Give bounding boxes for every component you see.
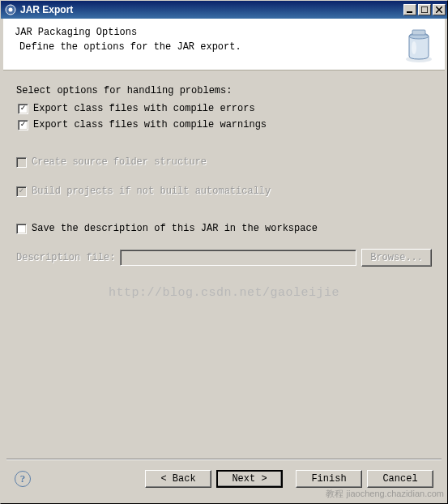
export-warnings-row[interactable]: Export class files with compile warnings xyxy=(18,119,432,130)
svg-rect-2 xyxy=(407,11,412,13)
maximize-button[interactable] xyxy=(418,4,431,15)
description-file-input xyxy=(120,250,356,266)
watermark-text: http://blog.csdn.net/gaoleijie xyxy=(16,286,432,300)
create-source-row: Create source folder structure xyxy=(16,156,432,168)
save-description-label: Save the description of this JAR in the … xyxy=(32,223,318,234)
finish-button[interactable]: Finish xyxy=(296,470,362,488)
problems-section-label: Select options for handling problems: xyxy=(16,85,432,96)
create-source-checkbox xyxy=(16,157,27,168)
svg-point-9 xyxy=(412,41,416,54)
close-button[interactable] xyxy=(433,4,446,15)
wizard-content: Select options for handling problems: Ex… xyxy=(3,70,445,306)
export-warnings-label: Export class files with compile warnings xyxy=(33,119,267,130)
export-warnings-checkbox[interactable] xyxy=(18,120,28,130)
jar-icon xyxy=(399,25,438,64)
description-file-label: Description file: xyxy=(16,252,115,263)
window-title: JAR Export xyxy=(20,4,402,15)
titlebar: JAR Export xyxy=(1,1,447,19)
export-errors-label: Export class files with compile errors xyxy=(33,103,255,114)
export-errors-checkbox[interactable] xyxy=(18,104,28,114)
wizard-description: Define the options for the JAR export. xyxy=(19,41,433,53)
next-button[interactable]: Next > xyxy=(216,470,283,488)
svg-rect-8 xyxy=(412,30,425,35)
build-projects-label: Build projects if not built automaticall… xyxy=(32,186,271,197)
export-errors-row[interactable]: Export class files with compile errors xyxy=(18,103,432,114)
wizard-header: JAR Packaging Options Define the options… xyxy=(3,19,445,70)
wizard-title: JAR Packaging Options xyxy=(15,27,433,38)
build-projects-checkbox xyxy=(16,186,27,197)
build-projects-row: Build projects if not built automaticall… xyxy=(16,186,432,197)
help-icon[interactable]: ? xyxy=(15,471,31,487)
minimize-button[interactable] xyxy=(403,4,416,15)
back-button[interactable]: < Back xyxy=(145,470,211,488)
svg-rect-3 xyxy=(421,6,428,13)
cancel-button[interactable]: Cancel xyxy=(367,470,433,488)
wizard-footer: ? < Back Next > Finish Cancel xyxy=(6,459,442,498)
save-description-checkbox[interactable] xyxy=(16,224,27,234)
create-source-label: Create source folder structure xyxy=(32,156,207,168)
save-description-row[interactable]: Save the description of this JAR in the … xyxy=(16,223,432,234)
browse-button: Browse... xyxy=(361,249,432,267)
svg-point-1 xyxy=(9,8,13,12)
app-icon xyxy=(4,3,17,16)
